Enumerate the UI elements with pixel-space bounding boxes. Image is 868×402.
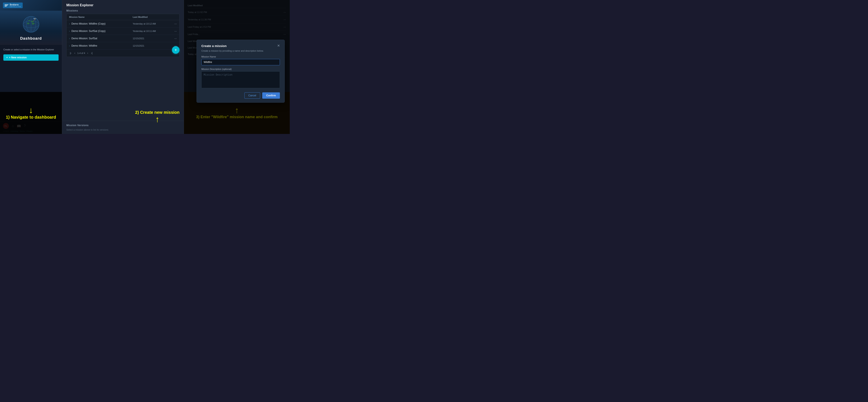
missions-label: Missions xyxy=(66,9,180,12)
modal-subtitle: Create a mission by providing a name and… xyxy=(202,49,280,53)
sidebar: Sedaro SATELLITE xyxy=(0,0,62,134)
row-modified: 12/15/2021 xyxy=(133,37,170,40)
mission-description-label: Mission Description (optional) xyxy=(202,68,280,70)
mission-name-label: Mission Name xyxy=(202,55,280,58)
logo-icon xyxy=(5,4,8,6)
versions-hint: Select a mission above to list its versi… xyxy=(66,128,180,131)
row-modified: 12/15/2021 xyxy=(133,44,170,47)
modal-overlay: Create a mission ✕ Create a mission by p… xyxy=(184,0,290,134)
row-chevron-icon: › xyxy=(69,45,70,47)
row-actions-button[interactable]: ··· xyxy=(170,22,177,25)
last-page-button[interactable]: ›| xyxy=(90,51,93,55)
col-modified-header: Last Modified xyxy=(133,16,170,18)
row-mission-name: Demo Mission: SurfSat xyxy=(71,37,133,40)
cancel-button[interactable]: Cancel xyxy=(244,92,260,99)
table-row[interactable]: › Demo Mission: Wildfire 12/15/2021 ··· xyxy=(67,42,179,50)
modal-actions: Cancel Confirm xyxy=(202,92,280,99)
sidebar-header: Sedaro SATELLITE xyxy=(0,0,62,11)
dashboard-hero: Dashboard xyxy=(0,11,62,45)
col-actions-header xyxy=(170,16,177,18)
row-actions-button[interactable]: ··· xyxy=(170,37,177,40)
row-modified: Yesterday at 10:11 AM xyxy=(133,30,170,32)
modal-close-button[interactable]: ✕ xyxy=(277,44,280,48)
create-mission-modal: Create a mission ✕ Create a mission by p… xyxy=(196,40,285,103)
right-panel: Last Modified Today at 11:02 PM ··· Yest… xyxy=(184,0,290,134)
first-page-button[interactable]: |‹ xyxy=(69,51,72,55)
modal-title: Create a mission xyxy=(202,44,226,48)
row-mission-name: Demo Mission: Wildfire (Copy) xyxy=(71,22,133,25)
missions-section: Missions Mission Name Last Modified › De… xyxy=(62,9,184,121)
arrow-down-icon: ↓ xyxy=(29,106,33,115)
row-actions-button[interactable]: ··· xyxy=(170,29,177,33)
sidebar-description: Create or select a mission in the Missio… xyxy=(0,45,62,54)
globe-icon xyxy=(22,15,40,34)
logo-text: Sedaro SATELLITE xyxy=(10,3,21,7)
dashboard-label: Dashboard xyxy=(20,36,42,41)
modal-header: Create a mission ✕ xyxy=(202,44,280,48)
missions-table: Mission Name Last Modified › Demo Missio… xyxy=(66,14,180,57)
row-chevron-icon: › xyxy=(69,30,70,32)
row-mission-name: Demo Mission: Wildfire xyxy=(71,44,133,47)
pagination: |‹ ‹ 1-4 of 4 › ›| xyxy=(67,50,179,57)
col-name-header: Mission Name xyxy=(69,16,133,18)
create-mission-fab[interactable]: + xyxy=(172,46,180,54)
row-chevron-icon: › xyxy=(69,37,70,40)
mission-description-input[interactable] xyxy=(202,71,280,88)
row-chevron-icon: › xyxy=(69,23,70,25)
page-info: 1-4 of 4 xyxy=(77,52,85,54)
annotation-step1: ↓ 1) Navigate to dashboard xyxy=(0,92,62,134)
panel-title: Mission Explorer xyxy=(62,0,184,9)
annotation-step2: 2) Create new mission ↑ xyxy=(135,110,180,123)
table-row[interactable]: › Demo Mission: SurfSat (Copy) Yesterday… xyxy=(67,28,179,35)
arrow-up-icon: ↑ xyxy=(155,115,159,123)
logo: Sedaro SATELLITE xyxy=(3,2,23,8)
new-mission-button[interactable]: + + New mission xyxy=(3,54,59,61)
row-modified: Yesterday at 10:12 AM xyxy=(133,23,170,25)
globe-container xyxy=(22,15,40,34)
confirm-button[interactable]: Confirm xyxy=(262,92,280,99)
row-mission-name: Demo Mission: SurfSat (Copy) xyxy=(71,30,133,33)
versions-label: Mission Versions xyxy=(66,124,180,127)
mission-explorer-panel: Mission Explorer Missions Mission Name L… xyxy=(62,0,184,134)
table-row[interactable]: › Demo Mission: Wildfire (Copy) Yesterda… xyxy=(67,20,179,28)
plus-icon: + xyxy=(6,56,8,59)
table-row[interactable]: › Demo Mission: SurfSat 12/15/2021 ··· xyxy=(67,35,179,42)
new-mission-label: + New mission xyxy=(9,56,27,59)
prev-page-button[interactable]: ‹ xyxy=(73,51,76,55)
mission-name-input[interactable] xyxy=(202,59,280,65)
table-header: Mission Name Last Modified xyxy=(67,14,179,20)
next-page-button[interactable]: › xyxy=(86,51,89,55)
